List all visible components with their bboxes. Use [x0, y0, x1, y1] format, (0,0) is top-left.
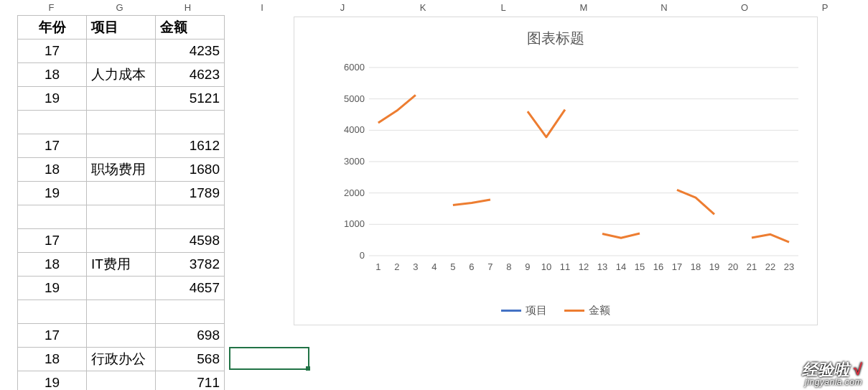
x-tick-label: 19 [709, 261, 719, 272]
col-header-L[interactable]: L [463, 0, 543, 15]
header-year[interactable]: 年份 [18, 16, 87, 40]
cell-F-6[interactable]: 17 [18, 134, 87, 158]
cell-H-15[interactable]: 568 [156, 348, 225, 371]
cell-G-3[interactable]: 人力成本 [87, 63, 156, 87]
x-tick-label: 22 [765, 261, 775, 272]
legend-label-1: 金额 [589, 304, 610, 317]
fill-handle[interactable] [306, 366, 310, 371]
cell-H-13[interactable] [156, 300, 225, 324]
chart-legend: 项目 金额 [294, 302, 817, 317]
cell-F-3[interactable]: 18 [18, 63, 87, 87]
cell-H-5[interactable] [156, 111, 225, 134]
cell-H-12[interactable]: 4657 [156, 277, 225, 300]
cell-G-7[interactable]: 职场费用 [87, 158, 156, 182]
series-line-1[interactable] [378, 95, 789, 242]
cell-F-12[interactable]: 19 [18, 277, 87, 300]
col-header-J[interactable]: J [302, 0, 383, 15]
col-header-N[interactable]: N [624, 0, 704, 15]
y-tick-label: 1000 [344, 218, 365, 229]
cell-G-16[interactable] [87, 371, 156, 391]
cell-H-16[interactable]: 711 [156, 371, 225, 391]
cell-H-14[interactable]: 698 [156, 324, 225, 348]
legend-swatch-0 [501, 310, 521, 312]
legend-swatch-1 [564, 310, 584, 312]
row-gutter [0, 0, 17, 15]
table-row: 18职场费用1680 [18, 158, 225, 182]
col-header-M[interactable]: M [543, 0, 624, 15]
cell-G-14[interactable] [87, 324, 156, 348]
cell-G-9[interactable] [87, 205, 156, 229]
y-tick-label: 2000 [344, 187, 365, 198]
x-tick-label: 4 [431, 261, 437, 272]
cell-H-9[interactable] [156, 205, 225, 229]
cell-F-14[interactable]: 17 [18, 324, 87, 348]
table-row: 191789 [18, 182, 225, 205]
x-tick-label: 13 [597, 261, 607, 272]
x-tick-label: 15 [635, 261, 645, 272]
legend-item-1[interactable]: 金额 [564, 304, 610, 317]
header-amount[interactable]: 金额 [156, 16, 225, 40]
cell-F-9[interactable] [18, 205, 87, 229]
cell-F-11[interactable]: 18 [18, 253, 87, 277]
col-header-G[interactable]: G [85, 0, 154, 15]
col-header-H[interactable]: H [154, 0, 222, 15]
chart-title[interactable]: 图表标题 [294, 17, 817, 54]
cell-F-16[interactable]: 19 [18, 371, 87, 391]
cell-F-2[interactable]: 17 [18, 40, 87, 63]
col-header-K[interactable]: K [383, 0, 463, 15]
x-tick-label: 17 [672, 261, 682, 272]
table-row: 18IT费用3782 [18, 253, 225, 277]
data-table[interactable]: 年份 项目 金额 17423518人力成本462319512117161218职… [17, 15, 225, 390]
cell-F-13[interactable] [18, 300, 87, 324]
column-headers: F G H I J K L M N O P [0, 0, 868, 15]
table-row: 195121 [18, 87, 225, 111]
cell-F-10[interactable]: 17 [18, 229, 87, 253]
cell-G-5[interactable] [87, 111, 156, 134]
table-row: 17698 [18, 324, 225, 348]
table-row: 18人力成本4623 [18, 63, 225, 87]
cell-H-10[interactable]: 4598 [156, 229, 225, 253]
cell-G-13[interactable] [87, 300, 156, 324]
cell-G-12[interactable] [87, 277, 156, 300]
cell-H-4[interactable]: 5121 [156, 87, 225, 111]
cell-H-11[interactable]: 3782 [156, 253, 225, 277]
y-tick-label: 6000 [344, 62, 365, 73]
col-header-O[interactable]: O [704, 0, 785, 15]
cell-G-2[interactable] [87, 40, 156, 63]
cell-H-6[interactable]: 1612 [156, 134, 225, 158]
cell-F-15[interactable]: 18 [18, 348, 87, 371]
col-header-F[interactable]: F [17, 0, 85, 15]
cell-G-4[interactable] [87, 87, 156, 111]
table-row: 18行政办公568 [18, 348, 225, 371]
cell-H-3[interactable]: 4623 [156, 63, 225, 87]
col-header-P[interactable]: P [785, 0, 865, 15]
table-row [18, 205, 225, 229]
cell-H-2[interactable]: 4235 [156, 40, 225, 63]
col-header-I[interactable]: I [222, 0, 302, 15]
cell-F-7[interactable]: 18 [18, 158, 87, 182]
x-tick-label: 23 [784, 261, 794, 272]
cell-H-8[interactable]: 1789 [156, 182, 225, 205]
cell-F-5[interactable] [18, 111, 87, 134]
cell-G-10[interactable] [87, 229, 156, 253]
watermark-url: jingyanla.com [802, 378, 862, 387]
table-row: 174598 [18, 229, 225, 253]
cell-G-6[interactable] [87, 134, 156, 158]
x-tick-label: 7 [487, 261, 493, 272]
x-tick-label: 14 [616, 261, 626, 272]
watermark: 经验啦 √ jingyanla.com [802, 361, 862, 387]
legend-item-0[interactable]: 项目 [501, 304, 547, 317]
cell-G-15[interactable]: 行政办公 [87, 348, 156, 371]
cell-F-4[interactable]: 19 [18, 87, 87, 111]
cell-H-7[interactable]: 1680 [156, 158, 225, 182]
x-tick-label: 18 [691, 261, 701, 272]
watermark-check-icon: √ [854, 361, 862, 379]
x-tick-label: 12 [579, 261, 589, 272]
y-tick-label: 5000 [344, 93, 365, 104]
legend-label-0: 项目 [526, 304, 547, 317]
embedded-chart[interactable]: 图表标题 01000200030004000500060001234567891… [294, 17, 818, 325]
cell-F-8[interactable]: 19 [18, 182, 87, 205]
header-project[interactable]: 项目 [87, 16, 156, 40]
cell-G-8[interactable] [87, 182, 156, 205]
cell-G-11[interactable]: IT费用 [87, 253, 156, 277]
